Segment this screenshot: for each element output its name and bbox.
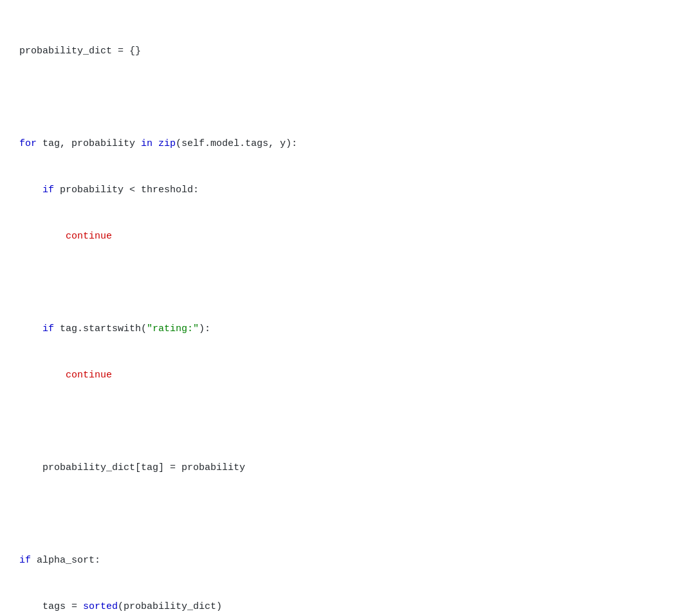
line-9: [19, 414, 676, 430]
line-7: if tag.startswith("rating:"):: [19, 322, 676, 337]
line-5: continue: [19, 229, 676, 244]
line-1: probability_dict = {}: [19, 44, 676, 59]
line-10: probability_dict[tag] = probability: [19, 460, 676, 476]
line-12: if alpha_sort:: [19, 553, 676, 568]
line-3: for tag, probability in zip(self.model.t…: [19, 136, 676, 152]
line-11: [19, 507, 676, 522]
line-6: [19, 275, 676, 291]
line-2: [19, 90, 676, 105]
code-block: probability_dict = {} for tag, probabili…: [19, 13, 676, 616]
line-13: tags = sorted(probability_dict): [19, 599, 676, 615]
line-8: continue: [19, 368, 676, 383]
line-4: if probability < threshold:: [19, 183, 676, 198]
